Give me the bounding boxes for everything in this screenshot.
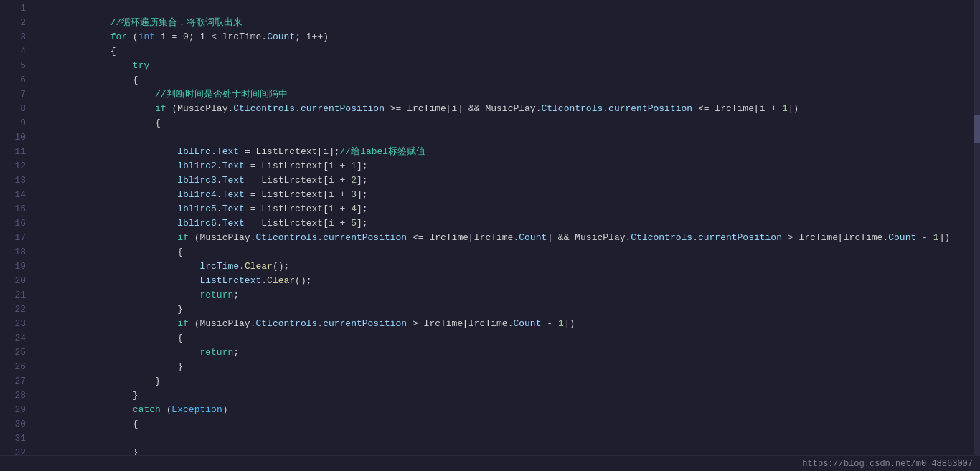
code-line: if (MusicPlay.Ctlcontrols.currentPositio…: [43, 87, 974, 102]
code-editor: 1 2 3 4 5 6 7 8 9 10 11 12 13 14 15 16 1…: [0, 0, 980, 471]
code-line: try: [43, 44, 974, 59]
code-line: {: [43, 231, 974, 245]
code-line: lbl1rc2.Text = ListLrctext[i + 1];: [43, 145, 974, 159]
code-line: {: [43, 59, 974, 73]
code-line: //判断时间是否处于时间间隔中: [43, 73, 974, 87]
code-line: lbl1rc5.Text = ListLrctext[i + 4];: [43, 188, 974, 202]
code-line: lbl1rc4.Text = ListLrctext[i + 3];: [43, 173, 974, 188]
footer-bar: https://blog.csdn.net/m0_48863007: [0, 455, 980, 471]
code-line: lbl1rc3.Text = ListLrctext[i + 2];: [43, 159, 974, 173]
code-line: catch (Exception): [43, 389, 974, 403]
code-line: }: [43, 360, 974, 374]
code-container: 1 2 3 4 5 6 7 8 9 10 11 12 13 14 15 16 1…: [0, 0, 980, 455]
code-line: lrcTime.Clear();: [43, 245, 974, 260]
code-line: //循环遍历集合，将歌词取出来: [43, 1, 974, 16]
code-line: return;: [43, 274, 974, 288]
code-line: for (int i = 0; i < lrcTime.Count; i++): [43, 16, 974, 30]
scrollbar-thumb[interactable]: [974, 115, 980, 143]
code-line: [43, 116, 974, 130]
code-line: if (MusicPlay.Ctlcontrols.currentPositio…: [43, 303, 974, 317]
code-line: }: [43, 346, 974, 360]
code-line: }: [43, 446, 974, 455]
code-line: }: [43, 432, 974, 446]
line-numbers: 1 2 3 4 5 6 7 8 9 10 11 12 13 14 15 16 1…: [0, 0, 32, 455]
code-lines: //循环遍历集合，将歌词取出来 for (int i = 0; i < lrcT…: [32, 0, 974, 455]
code-line: {: [43, 317, 974, 331]
code-line: {: [43, 102, 974, 116]
code-line: if (MusicPlay.Ctlcontrols.currentPositio…: [43, 217, 974, 231]
code-line: ListLrctext.Clear();: [43, 260, 974, 274]
code-line: }: [43, 288, 974, 303]
code-line: lbl1rc6.Text = ListLrctext[i + 5];: [43, 202, 974, 217]
code-line: {: [43, 403, 974, 417]
scrollbar[interactable]: [974, 0, 980, 455]
code-line: [43, 417, 974, 432]
code-line: lblLrc.Text = ListLrctext[i];//给label标签赋…: [43, 130, 974, 145]
code-line: return;: [43, 331, 974, 346]
code-line: }: [43, 374, 974, 389]
code-line: {: [43, 30, 974, 44]
footer-url: https://blog.csdn.net/m0_48863007: [802, 459, 973, 469]
